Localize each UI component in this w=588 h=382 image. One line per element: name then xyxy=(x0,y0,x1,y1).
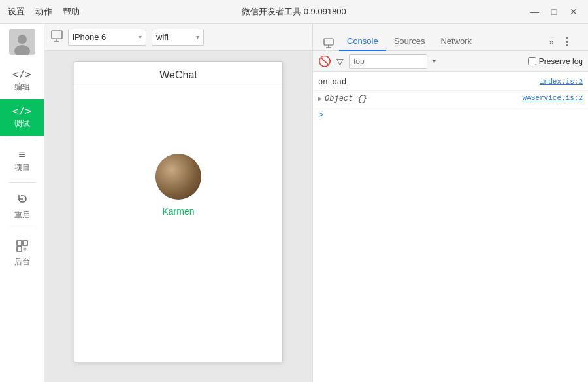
console-prompt: > xyxy=(313,107,588,123)
inspect-icon[interactable] xyxy=(51,30,63,44)
network-name: wifi xyxy=(156,32,169,42)
editor-icon: </> xyxy=(12,69,31,80)
backend-icon xyxy=(16,239,29,254)
sidebar-label-editor: 编辑 xyxy=(14,82,30,93)
device-area: iPhone 6 ▾ wifi ▾ WeChat Karmen xyxy=(44,24,312,382)
menu-bar: 设置 动作 帮助 xyxy=(8,6,80,18)
devtools-tabs-bar: Console Sources Network » ⋮ xyxy=(313,24,588,51)
avatar xyxy=(9,29,35,55)
sidebar-item-project[interactable]: ≡ 项目 xyxy=(0,142,44,180)
expand-arrow-icon[interactable]: ▶ xyxy=(318,94,322,104)
devtools-menu-icon[interactable]: ⋮ xyxy=(557,33,578,50)
device-toolbar: iPhone 6 ▾ wifi ▾ xyxy=(44,24,312,51)
preserve-log-checkbox[interactable] xyxy=(528,57,536,65)
debug-icon: </> xyxy=(12,106,31,116)
console-source-onload[interactable]: index.is:2 xyxy=(540,77,583,88)
svg-rect-8 xyxy=(52,31,62,39)
preserve-log-label: Preserve log xyxy=(539,57,583,66)
phone-screen: WeChat Karmen xyxy=(74,61,283,362)
menu-settings[interactable]: 设置 xyxy=(8,6,25,18)
maximize-button[interactable]: □ xyxy=(547,5,561,18)
filter-icon[interactable]: ▽ xyxy=(336,56,344,67)
network-chevron-icon: ▾ xyxy=(196,33,199,41)
sidebar-label-project: 项目 xyxy=(14,162,30,173)
close-button[interactable]: ✕ xyxy=(567,5,580,18)
device-selector[interactable]: iPhone 6 ▾ xyxy=(68,29,146,46)
project-icon: ≡ xyxy=(18,148,25,160)
phone-title-bar: WeChat xyxy=(74,62,282,88)
sidebar-item-editor[interactable]: </> 编辑 xyxy=(0,63,44,99)
console-message-object: Object {} xyxy=(325,93,523,105)
main-container: </> 编辑 </> 调试 ≡ 项目 重启 xyxy=(0,24,588,382)
console-row-object: ▶ Object {} WAService.is:2 xyxy=(313,91,588,107)
svg-rect-4 xyxy=(23,241,27,245)
preserve-log-control: Preserve log xyxy=(528,57,583,66)
no-entry-icon[interactable]: 🚫 xyxy=(318,55,331,67)
sidebar-divider-3 xyxy=(9,230,35,230)
devtools-toolbar-left xyxy=(318,38,339,50)
menu-help[interactable]: 帮助 xyxy=(63,6,80,18)
title-bar: 设置 动作 帮助 微信开发者工具 0.9.091800 — □ ✕ xyxy=(0,0,588,24)
console-filter-input[interactable] xyxy=(349,54,427,69)
console-prompt-symbol: > xyxy=(318,110,323,120)
sidebar-item-restart[interactable]: 重启 xyxy=(0,186,44,227)
device-frame: WeChat Karmen xyxy=(44,51,312,382)
sidebar-item-backend[interactable]: 后台 xyxy=(0,233,44,274)
device-name: iPhone 6 xyxy=(73,32,106,42)
device-chevron-icon: ▾ xyxy=(139,33,142,41)
sidebar-label-debug: 调试 xyxy=(14,118,30,130)
phone-app-title: WeChat xyxy=(159,69,197,81)
tab-console[interactable]: Console xyxy=(339,32,386,51)
minimize-button[interactable]: — xyxy=(528,5,541,18)
devtools-more-icon[interactable]: » xyxy=(546,34,557,50)
svg-rect-11 xyxy=(324,39,333,45)
network-selector[interactable]: wifi ▾ xyxy=(152,29,204,46)
tab-network[interactable]: Network xyxy=(433,32,480,51)
restart-icon xyxy=(16,192,29,207)
svg-point-1 xyxy=(18,35,27,44)
avatar-image xyxy=(155,154,201,200)
sidebar-item-debug[interactable]: </> 调试 xyxy=(0,99,44,136)
menu-actions[interactable]: 动作 xyxy=(35,6,52,18)
sidebar-divider-2 xyxy=(9,182,35,183)
console-toolbar: 🚫 ▽ ▾ Preserve log xyxy=(313,51,588,72)
console-content: onLoad index.is:2 ▶ Object {} WAService.… xyxy=(313,72,588,382)
sidebar-label-backend: 后台 xyxy=(14,256,30,268)
svg-rect-5 xyxy=(17,247,22,251)
console-message-onload: onLoad xyxy=(318,77,540,88)
profile-avatar xyxy=(155,154,201,200)
phone-content: Karmen xyxy=(155,88,201,362)
sidebar: </> 编辑 </> 调试 ≡ 项目 重启 xyxy=(0,24,44,382)
svg-rect-3 xyxy=(17,241,22,245)
console-source-object[interactable]: WAService.is:2 xyxy=(523,93,583,104)
devtools-tabs-right: » ⋮ xyxy=(546,33,583,50)
profile-name: Karmen xyxy=(162,206,194,217)
app-title: 微信开发者工具 0.9.091800 xyxy=(242,6,346,18)
devtools-inspect-icon[interactable] xyxy=(323,38,334,50)
filter-dropdown-icon[interactable]: ▾ xyxy=(433,58,436,65)
window-controls: — □ ✕ xyxy=(528,5,580,18)
devtools-panel: Console Sources Network » ⋮ 🚫 ▽ ▾ Preser… xyxy=(312,24,588,382)
sidebar-label-restart: 重启 xyxy=(14,209,30,220)
tab-sources[interactable]: Sources xyxy=(386,32,433,51)
sidebar-divider-1 xyxy=(9,139,35,139)
console-row-onload: onLoad index.is:2 xyxy=(313,75,588,91)
